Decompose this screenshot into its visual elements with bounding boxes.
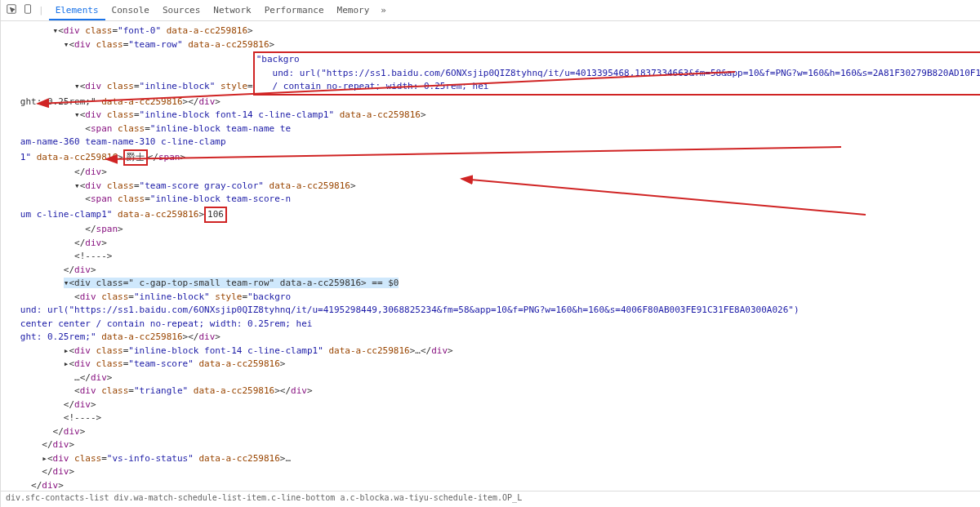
device-icon[interactable] bbox=[22, 3, 33, 17]
devtools-tab-performance[interactable]: Performance bbox=[258, 2, 331, 19]
devtools-pane: | ElementsConsoleSourcesNetworkPerforman… bbox=[1, 0, 980, 507]
dom-breadcrumb[interactable]: div.sfc-contacts-list div.wa-match-sched… bbox=[1, 491, 980, 507]
devtools-tab-console[interactable]: Console bbox=[105, 2, 156, 19]
devtools-tab-sources[interactable]: Sources bbox=[156, 2, 207, 19]
devtools-tabs: | ElementsConsoleSourcesNetworkPerforman… bbox=[1, 0, 980, 21]
inspect-icon[interactable] bbox=[6, 3, 17, 17]
svg-rect-5 bbox=[25, 5, 31, 14]
elements-tree[interactable]: ▾<div class="font-0" data-a-cc259816> ▾<… bbox=[1, 21, 980, 491]
devtools-tab-memory[interactable]: Memory bbox=[331, 2, 376, 19]
devtools-tab-network[interactable]: Network bbox=[207, 2, 257, 19]
devtools-tab-elements[interactable]: Elements bbox=[49, 2, 105, 20]
